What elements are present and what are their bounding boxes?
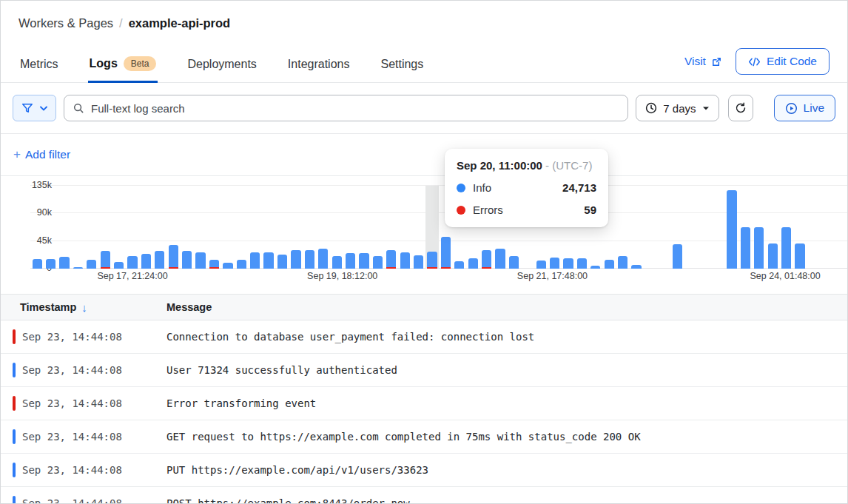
log-volume-bar[interactable] — [631, 265, 641, 269]
bar-slot[interactable] — [317, 186, 330, 269]
tab-integrations[interactable]: Integrations — [286, 53, 351, 83]
log-row[interactable]: Sep 23, 14:44:08 User 71324 successfully… — [1, 354, 847, 387]
bar-slot[interactable] — [30, 186, 44, 269]
log-volume-bar[interactable] — [195, 252, 205, 269]
time-range-dropdown[interactable]: 7 days — [636, 95, 719, 121]
bar-slot[interactable] — [657, 186, 670, 269]
bar-slot[interactable] — [385, 186, 398, 269]
log-volume-bar[interactable] — [781, 227, 791, 269]
log-volume-bar[interactable] — [754, 227, 764, 269]
timestamp-column-header[interactable]: Timestamp ↓ — [1, 301, 166, 314]
bar-slot[interactable] — [235, 186, 248, 269]
log-volume-bar[interactable] — [155, 251, 164, 269]
log-volume-bar[interactable] — [495, 249, 505, 269]
bar-slot[interactable] — [166, 186, 180, 269]
bar-slot[interactable] — [357, 186, 371, 269]
bar-slot[interactable] — [153, 186, 166, 269]
log-volume-bar[interactable] — [795, 243, 804, 269]
log-volume-bar[interactable] — [169, 245, 178, 269]
log-volume-bar[interactable] — [101, 251, 110, 269]
log-volume-bar[interactable] — [73, 267, 83, 269]
filter-button[interactable] — [13, 95, 56, 121]
log-row[interactable]: Sep 23, 14:44:08 Error transforming even… — [1, 387, 847, 420]
bar-slot[interactable] — [711, 186, 724, 269]
bar-slot[interactable] — [249, 186, 262, 269]
bar-slot[interactable] — [616, 186, 629, 269]
bar-slot[interactable] — [698, 186, 711, 269]
bar-slot[interactable] — [670, 186, 684, 269]
log-volume-bar[interactable] — [768, 243, 778, 269]
log-volume-bar[interactable] — [182, 251, 192, 269]
bar-slot[interactable] — [221, 186, 235, 269]
log-volume-bar[interactable] — [468, 258, 478, 269]
tab-settings[interactable]: Settings — [379, 53, 425, 83]
bar-slot[interactable] — [303, 186, 316, 269]
log-volume-bar[interactable] — [509, 256, 519, 269]
bar-slot[interactable] — [262, 186, 275, 269]
bar-slot[interactable] — [630, 186, 643, 269]
log-volume-bar[interactable] — [454, 261, 464, 269]
log-row[interactable]: Sep 23, 14:44:08 POST https://example.co… — [1, 487, 847, 504]
tab-deployments[interactable]: Deployments — [186, 53, 258, 83]
log-volume-bar[interactable] — [114, 262, 124, 269]
log-volume-bar[interactable] — [46, 259, 55, 269]
log-volume-bar[interactable] — [359, 253, 369, 269]
log-volume-bar[interactable] — [59, 257, 69, 269]
bar-slot[interactable] — [738, 186, 752, 269]
tab-metrics[interactable]: Metrics — [18, 53, 60, 83]
bar-slot[interactable] — [725, 186, 738, 269]
log-volume-bar[interactable] — [318, 249, 328, 269]
bar-slot[interactable] — [207, 186, 221, 269]
bar-slot[interactable] — [779, 186, 793, 269]
log-volume-bar[interactable] — [441, 237, 451, 269]
bar-slot[interactable] — [194, 186, 207, 269]
log-volume-bar[interactable] — [605, 260, 614, 269]
log-volume-bar[interactable] — [277, 255, 287, 269]
visit-link[interactable]: Visit — [684, 55, 722, 68]
log-volume-bar[interactable] — [618, 256, 627, 269]
live-button[interactable]: Live — [774, 95, 835, 121]
tab-logs[interactable]: Logs Beta — [88, 52, 158, 83]
bar-slot[interactable] — [766, 186, 779, 269]
log-volume-bar[interactable] — [590, 266, 600, 269]
log-volume-bar[interactable] — [87, 260, 96, 269]
log-volume-bar[interactable] — [250, 252, 260, 269]
bar-slot[interactable] — [834, 186, 847, 269]
log-volume-bar[interactable] — [741, 227, 750, 269]
bar-slot[interactable] — [85, 186, 98, 269]
log-volume-bar[interactable] — [332, 256, 342, 269]
log-volume-bar[interactable] — [305, 250, 314, 269]
bar-slot[interactable] — [71, 186, 84, 269]
log-row[interactable]: Sep 23, 14:44:08 Connection to database … — [1, 320, 847, 354]
add-filter-button[interactable]: + Add filter — [13, 147, 70, 162]
log-volume-bar[interactable] — [223, 263, 232, 269]
log-volume-bar[interactable] — [727, 190, 736, 269]
bar-slot[interactable] — [821, 186, 834, 269]
edit-code-button[interactable]: Edit Code — [736, 48, 830, 75]
breadcrumb-parent[interactable]: Workers & Pages — [18, 16, 113, 30]
log-volume-bar[interactable] — [373, 256, 383, 269]
log-row[interactable]: Sep 23, 14:44:08 PUT https://example.com… — [1, 454, 847, 487]
bar-slot[interactable] — [793, 186, 807, 269]
log-volume-bar[interactable] — [141, 254, 151, 269]
bar-slot[interactable] — [343, 186, 357, 269]
bar-slot[interactable] — [643, 186, 656, 269]
log-volume-bar[interactable] — [33, 259, 42, 269]
log-volume-bar[interactable] — [209, 260, 219, 269]
log-volume-bar[interactable] — [482, 250, 491, 269]
bar-slot[interactable] — [398, 186, 411, 269]
log-volume-bar[interactable] — [536, 261, 546, 269]
bar-slot[interactable] — [807, 186, 820, 269]
bar-slot[interactable] — [411, 186, 425, 269]
hovered-bar-slot[interactable] — [425, 186, 439, 269]
log-volume-bar[interactable] — [127, 256, 137, 269]
bar-slot[interactable] — [275, 186, 289, 269]
log-volume-bar[interactable] — [386, 250, 396, 269]
log-search-input[interactable] — [91, 102, 619, 115]
log-volume-bar[interactable] — [414, 255, 423, 269]
bar-slot[interactable] — [371, 186, 384, 269]
log-volume-bar[interactable] — [563, 258, 573, 269]
log-row[interactable]: Sep 23, 14:44:08 GET request to https://… — [1, 420, 847, 454]
log-volume-bar[interactable] — [550, 258, 559, 269]
log-volume-bar[interactable] — [346, 253, 355, 269]
